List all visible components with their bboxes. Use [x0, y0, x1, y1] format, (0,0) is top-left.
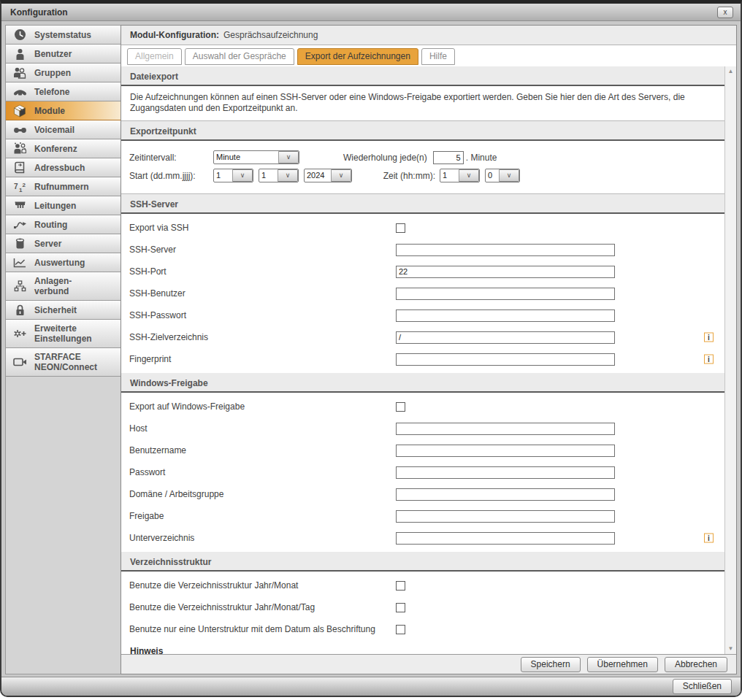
unterverzeichnis-input[interactable] — [396, 532, 615, 545]
ssh-zielverzeichnis-row: SSH-Zielverzeichnisi — [129, 326, 719, 348]
passwort-input[interactable] — [396, 466, 615, 479]
save-button[interactable]: Speichern — [521, 657, 581, 672]
export-via-ssh-row: Export via SSH — [129, 217, 719, 239]
wiederholung-suffix: . Minute — [466, 153, 497, 163]
apply-button[interactable]: Übernehmen — [587, 657, 658, 672]
chevron-down-icon: ∨ — [278, 169, 298, 182]
tab-auswahl-der-gespr-che[interactable]: Auswahl der Gespräche — [185, 48, 294, 65]
sidebar-item-label: Module — [34, 106, 65, 116]
user-icon — [12, 47, 27, 61]
tab-export-der-aufzeichnungen[interactable]: Export der Aufzeichnungen — [297, 48, 418, 65]
tab-allgemein[interactable]: Allgemein — [127, 48, 182, 65]
sidebar-item-rufnummern[interactable]: 712Rufnummern — [6, 177, 121, 196]
sidebar-item-label: Rufnummern — [34, 182, 89, 192]
sidebar-item-server[interactable]: Server — [6, 234, 121, 253]
sidebar-item-label: Auswertung — [34, 258, 85, 268]
benutzername-input[interactable] — [396, 445, 615, 457]
ssh-passwort-input[interactable] — [396, 309, 615, 322]
start-row: Start (dd.mm.jjjj): 1 ∨ 1 ∨ 2024 — [129, 166, 719, 185]
sidebar-item-systemstatus[interactable]: Systemstatus — [6, 26, 121, 45]
cancel-button[interactable]: Abbrechen — [665, 657, 727, 672]
start-year-select[interactable]: 2024 ∨ — [304, 169, 352, 182]
unterverzeichnis-label: Unterverzeichnis — [129, 533, 396, 543]
zeit-minute-select[interactable]: 0 ∨ — [485, 169, 520, 182]
lock-icon — [12, 304, 27, 317]
content-wrap: Dateiexport Die Aufzeichnungen können au… — [121, 66, 736, 654]
zeitintervall-select[interactable]: Minute ∨ — [213, 150, 299, 164]
wiederholung-input[interactable] — [433, 151, 464, 164]
sidebar-item-starface-neon-connect[interactable]: STARFACE NEON/Connect — [6, 348, 121, 377]
start-day-select[interactable]: 1 ∨ — [213, 169, 253, 182]
ssh-rows: Export via SSHSSH-ServerSSH-PortSSH-Benu… — [121, 214, 724, 373]
sidebar-item-adressbuch[interactable]: Adressbuch — [6, 158, 121, 177]
module-header: Modul-Konfiguration: Gesprächsaufzeichnu… — [121, 26, 736, 45]
dom-ne-arbeitsgruppe-input[interactable] — [396, 488, 615, 501]
ssh-server-label: SSH-Server — [129, 245, 396, 255]
info-icon[interactable]: i — [704, 355, 714, 364]
sidebar-item-gruppen[interactable]: Gruppen — [6, 64, 121, 82]
ssh-benutzer-label: SSH-Benutzer — [129, 288, 396, 299]
sidebar-item-label: Server — [34, 239, 61, 249]
action-footer: Speichern Übernehmen Abbrechen — [121, 654, 736, 674]
close-window-button[interactable]: Schließen — [673, 679, 732, 694]
ssh-server-input[interactable] — [396, 244, 615, 256]
ssh-port-label: SSH-Port — [129, 266, 396, 277]
passwort-label: Passwort — [129, 467, 396, 477]
sidebar-item-voicemail[interactable]: Voicemail — [6, 120, 121, 139]
section-header-verzeichnis: Verzeichnisstruktur — [121, 552, 724, 572]
benutze-die-verzeichnisstruktur-jahr-monat-tag-row: Benutze die Verzeichnisstruktur Jahr/Mon… — [129, 596, 719, 618]
configuration-window: Konfiguration x SystemstatusBenutzerGrup… — [0, 0, 742, 697]
scroll-down-icon[interactable]: ▼ — [728, 645, 734, 653]
benutze-die-verzeichnisstruktur-jahr-monat-checkbox[interactable] — [396, 581, 405, 591]
host-input[interactable] — [396, 423, 615, 435]
sidebar-item-telefone[interactable]: Telefone — [6, 82, 121, 101]
fingerprint-input[interactable] — [396, 353, 615, 366]
camera-icon — [12, 355, 27, 369]
export-via-ssh-checkbox[interactable] — [396, 223, 405, 233]
benutze-nur-eine-unterstruktur-mit-dem-datum-als-beschriftung-row: Benutze nur eine Unterstruktur mit dem D… — [129, 618, 719, 640]
sidebar-item-label: Sicherheit — [34, 305, 77, 315]
start-month-select[interactable]: 1 ∨ — [259, 169, 299, 182]
fingerprint-label: Fingerprint — [129, 354, 396, 364]
sidebar-item-sicherheit[interactable]: Sicherheit — [6, 301, 121, 320]
zeit-label: Zeit (hh:mm): — [377, 171, 435, 181]
info-icon[interactable]: i — [704, 534, 714, 543]
voicemail-icon — [12, 123, 27, 136]
section-header-dateiexport: Dateiexport — [121, 66, 724, 86]
ssh-port-input[interactable] — [396, 266, 615, 278]
sidebar-item-module[interactable]: Module — [6, 101, 121, 120]
sidebar-item-benutzer[interactable]: Benutzer — [6, 45, 121, 64]
zeit-hour-select[interactable]: 1 ∨ — [440, 169, 480, 182]
vertical-scrollbar[interactable]: ▲ ▼ — [724, 66, 736, 654]
ssh-zielverzeichnis-input[interactable] — [396, 331, 615, 344]
tab-hilfe[interactable]: Hilfe — [421, 48, 455, 65]
close-icon[interactable]: x — [717, 7, 733, 18]
dom-ne-arbeitsgruppe-label: Domäne / Arbeitsgruppe — [129, 489, 396, 499]
sidebar-item-routing[interactable]: Routing — [6, 215, 121, 234]
benutze-nur-eine-unterstruktur-mit-dem-datum-als-beschriftung-checkbox[interactable] — [396, 625, 405, 634]
ssh-benutzer-input[interactable] — [396, 288, 615, 300]
sidebar-item-auswertung[interactable]: Auswertung — [6, 253, 121, 272]
sidebar-item-erweiterte-einstellungen[interactable]: Erweiterte Einstellungen — [6, 320, 121, 348]
sidebar-item-label: Leitungen — [34, 201, 76, 211]
export-auf-windows-freigabe-checkbox[interactable] — [396, 402, 405, 412]
ssh-zielverzeichnis-label: SSH-Zielverzeichnis — [129, 332, 396, 342]
sidebar-item-label: Erweiterte Einstellungen — [34, 323, 92, 344]
benutze-die-verzeichnisstruktur-jahr-monat-tag-checkbox[interactable] — [396, 603, 405, 612]
chevron-down-icon: ∨ — [499, 169, 519, 182]
sidebar-item-anlagen-verbund[interactable]: Anlagen- verbund — [6, 272, 121, 301]
sidebar-item-leitungen[interactable]: Leitungen — [6, 196, 121, 215]
window-bottom-bar: Schließen — [1, 677, 741, 696]
chevron-down-icon: ∨ — [459, 169, 479, 182]
sidebar-item-label: Anlagen- verbund — [34, 276, 72, 296]
numbers-icon: 712 — [12, 180, 27, 193]
sidebar-item-konferenz[interactable]: Konferenz — [6, 139, 121, 158]
start-label: Start (dd.mm.jjjj): — [129, 171, 213, 181]
freigabe-input[interactable] — [396, 510, 615, 523]
chevron-down-icon: ∨ — [331, 169, 351, 182]
info-icon[interactable]: i — [704, 333, 714, 342]
windows-rows: Export auf Windows-FreigabeHostBenutzern… — [121, 393, 724, 552]
sidebar-item-label: Gruppen — [34, 68, 71, 78]
sidebar-item-label: Adressbuch — [34, 163, 85, 173]
scroll-up-icon[interactable]: ▲ — [728, 68, 734, 75]
